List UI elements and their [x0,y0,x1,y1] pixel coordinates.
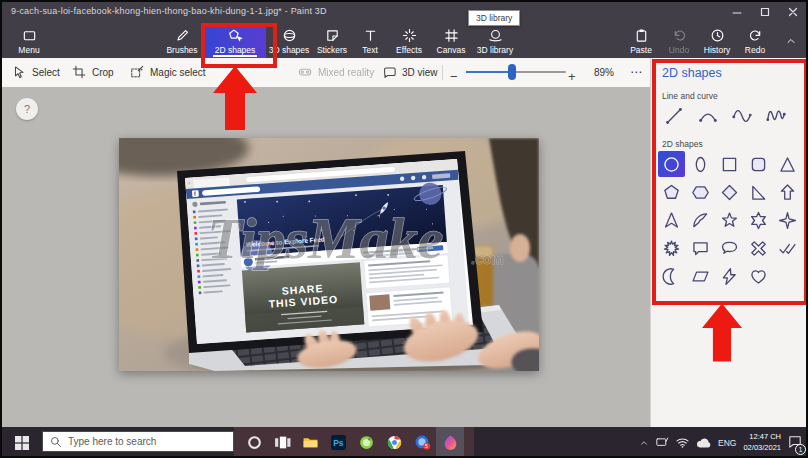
library-3d-label: 3D library [477,45,513,55]
paste-label: Paste [630,45,652,55]
canvas-photo[interactable]: f Welcome to Explore Feed SHARE THIS VID… [119,138,539,371]
photoshop-icon: Ps [330,434,347,451]
toolbar-select-button[interactable]: Select [12,58,60,86]
toolbar-separator [442,65,443,80]
redo-icon [748,28,763,43]
menu-icon [22,28,37,43]
zoom-percentage[interactable]: 89% [594,58,614,86]
taskbar-app-photoshop[interactable]: Ps [324,427,352,458]
shapes-3d-icon [282,28,297,43]
maximize-button[interactable] [752,2,778,22]
ribbon-tool-brushes[interactable]: Brushes [160,24,204,58]
toolbar-view-3d-button[interactable]: 3D view [382,58,438,86]
taskbar-app-record[interactable] [240,427,268,458]
crop-icon [72,65,86,79]
taskbar-apps: Ps5 [240,427,464,458]
action-center-button[interactable]: 1 [788,434,802,452]
taskbar-app-task-view[interactable] [268,427,296,458]
zoom-out-button[interactable]: − [450,62,458,90]
photo-illustration: f Welcome to Explore Feed SHARE THIS VID… [119,138,539,371]
tray-clock[interactable]: 12:47 CH 02/03/2021 [743,432,781,452]
zoom-in-button[interactable]: + [568,62,576,90]
ribbon-tool-paste[interactable]: Paste [622,24,660,58]
canvas-label: Canvas [437,45,466,55]
coccoc-icon: 5 [414,434,431,451]
text-icon [363,28,378,43]
effects-label: Effects [396,45,422,55]
library-3d-icon [488,28,503,43]
select-label: Select [32,67,60,78]
clipboard-tools: PasteUndoHistoryRedo [622,24,774,58]
zoom-slider-fill [466,71,512,73]
maximize-icon [760,7,770,17]
ribbon-tool-undo[interactable]: Undo [660,24,698,58]
zoom-slider-handle[interactable] [508,64,516,80]
menu-button[interactable]: Menu [6,24,52,58]
toolbar-mixed-reality-button[interactable]: Mixed reality [298,58,374,86]
minimize-icon [732,7,742,17]
view-3d-label: 3D view [402,67,438,78]
undo-label: Undo [669,45,689,55]
taskbar-app-chrome[interactable] [380,427,408,458]
svg-text:5: 5 [425,444,428,449]
close-button[interactable] [780,2,806,22]
tray-chevron-up-icon[interactable] [639,438,649,448]
brushes-icon [175,28,190,43]
tray-time: 12:47 CH [743,432,781,442]
search-placeholder: Type here to search [68,436,156,447]
highlight-box-2d-shapes-button [201,23,277,68]
ribbon-tool-stickers[interactable]: Stickers [312,24,352,58]
mixed-reality-icon [298,65,312,79]
taskbar-app-coccoc[interactable]: 5 [408,427,436,458]
taskbar: Type here to search Ps5 ENG 12:47 CH 02/… [2,427,806,458]
tablet-mode-icon[interactable] [656,437,669,448]
file-explorer-icon [302,434,319,451]
toolbar-magic-select-button[interactable]: Magic select [130,58,206,86]
more-options-button[interactable]: ⋯ [630,58,642,86]
taskbar-app-capture[interactable] [352,427,380,458]
collapse-ribbon-button[interactable] [780,30,802,52]
help-button[interactable]: ? [16,98,38,120]
canvas-icon [444,28,459,43]
language-indicator[interactable]: ENG [718,438,736,448]
secondary-toolbar: − + 89% ⋯ SelectCropMagic selectMixed re… [2,58,650,88]
taskbar-search[interactable]: Type here to search [42,431,234,452]
network-wifi-icon[interactable] [676,437,689,448]
record-icon [246,434,263,451]
effects-icon [402,28,417,43]
search-icon [50,436,62,448]
ribbon-tool-redo[interactable]: Redo [736,24,774,58]
ribbon-tool-library-3d[interactable]: 3D library [472,24,518,58]
tooltip-3d-library: 3D library [468,10,520,26]
svg-text:TipsMake: TipsMake [207,206,443,271]
start-button[interactable] [2,427,42,458]
ribbon: Menu Brushes2D shapes3D shapesStickersTe… [2,24,806,58]
magic-select-icon [130,65,144,79]
redo-label: Redo [745,45,765,55]
notification-badge: 1 [795,444,806,455]
minimize-button[interactable] [724,2,750,22]
svg-text:.com: .com [471,251,504,267]
close-icon [788,7,798,17]
paint3d-window: 9-cach-sua-loi-facebook-khong-hien-thong… [0,0,808,458]
ribbon-tool-effects[interactable]: Effects [388,24,430,58]
ribbon-tool-canvas[interactable]: Canvas [430,24,472,58]
toolbar-crop-button[interactable]: Crop [72,58,114,86]
highlight-box-shapes-panel [652,59,808,305]
svg-text:Ps: Ps [333,438,344,448]
history-icon [710,28,725,43]
history-label: History [704,45,730,55]
ribbon-tool-history[interactable]: History [698,24,736,58]
capture-icon [358,434,375,451]
ribbon-tool-text[interactable]: Text [352,24,388,58]
title-bar: 9-cach-sua-loi-facebook-khong-hien-thong… [2,2,806,24]
magic-select-label: Magic select [150,67,206,78]
taskbar-app-file-explorer[interactable] [296,427,324,458]
stickers-icon [325,28,340,43]
window-title: 9-cach-sua-loi-facebook-khong-hien-thong… [11,6,327,16]
crop-label: Crop [92,67,114,78]
taskbar-app-paint-3d[interactable] [436,427,464,458]
select-icon [12,65,26,79]
onedrive-cloud-icon[interactable] [696,438,711,448]
brushes-label: Brushes [166,45,197,55]
